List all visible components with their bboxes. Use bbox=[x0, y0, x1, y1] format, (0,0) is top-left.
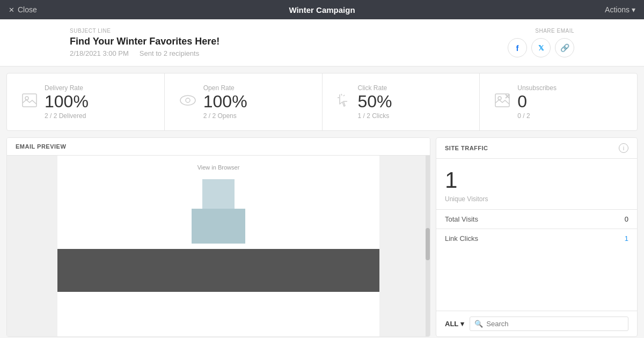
email-preview-panel: EMAIL PREVIEW View in Browser bbox=[6, 137, 430, 337]
open-rate-label: Open Rate bbox=[203, 84, 247, 92]
email-preview-content: View in Browser bbox=[7, 156, 430, 336]
site-traffic-panel: SITE TRAFFIC i 1 Unique Visitors Total V… bbox=[436, 137, 638, 337]
unsubscribes-content: Unsubscribes 0 0 / 2 bbox=[517, 84, 557, 120]
filter-dropdown-label: ALL bbox=[445, 320, 458, 328]
stat-delivery-rate: Delivery Rate 100% 2 / 2 Delivered bbox=[7, 74, 165, 130]
top-bar: ✕ Close Winter Campaign Actions ▾ bbox=[0, 0, 644, 19]
svg-point-1 bbox=[25, 97, 28, 100]
send-date: 2/18/2021 3:00 PM bbox=[70, 49, 129, 57]
twitter-icon: 𝕏 bbox=[538, 44, 544, 52]
unique-visitors-label: Unique Visitors bbox=[436, 195, 637, 209]
x-icon: ✕ bbox=[9, 6, 14, 14]
subject-left: SUBJECT LINE Find Your Winter Favorites … bbox=[70, 28, 219, 57]
open-rate-content: Open Rate 100% 2 / 2 Opens bbox=[203, 84, 247, 120]
svg-point-3 bbox=[186, 98, 190, 102]
email-preview-header: EMAIL PREVIEW bbox=[7, 138, 430, 156]
subject-area: SUBJECT LINE Find Your Winter Favorites … bbox=[0, 19, 644, 67]
share-buttons: f 𝕏 🔗 bbox=[508, 38, 574, 57]
cursor-icon bbox=[338, 93, 350, 111]
unsubscribes-label: Unsubscribes bbox=[517, 84, 557, 92]
total-visits-row: Total Visits 0 bbox=[436, 209, 637, 229]
total-visits-value: 0 bbox=[625, 215, 628, 223]
close-button[interactable]: ✕ Close bbox=[9, 5, 37, 14]
click-rate-content: Click Rate 50% 1 / 2 Clicks bbox=[358, 84, 392, 120]
page-title: Winter Campaign bbox=[289, 5, 355, 14]
delivery-rate-value: 100% bbox=[45, 93, 89, 110]
stat-click-rate: Click Rate 50% 1 / 2 Clicks bbox=[323, 74, 480, 130]
unsubscribes-sub: 0 / 2 bbox=[517, 112, 557, 120]
svg-line-5 bbox=[341, 94, 342, 95]
eye-icon bbox=[180, 95, 196, 109]
search-icon: 🔍 bbox=[474, 320, 483, 328]
share-area: SHARE EMAIL f 𝕏 🔗 bbox=[508, 28, 574, 57]
copy-link-button[interactable]: 🔗 bbox=[555, 38, 574, 57]
click-rate-value: 50% bbox=[358, 93, 392, 110]
dropdown-chevron-icon: ▾ bbox=[460, 320, 464, 328]
actions-label: Actions bbox=[605, 5, 630, 14]
subject-title: Find Your Winter Favorites Here! bbox=[70, 36, 219, 47]
open-rate-sub: 2 / 2 Opens bbox=[203, 112, 247, 120]
close-label: Close bbox=[18, 5, 37, 14]
total-visits-label: Total Visits bbox=[445, 215, 478, 223]
unsubscribes-value: 0 bbox=[517, 93, 557, 110]
svg-rect-0 bbox=[23, 94, 36, 107]
email-image-banner bbox=[57, 249, 379, 292]
chevron-down-icon: ▾ bbox=[632, 5, 635, 14]
link-icon: 🔗 bbox=[560, 43, 569, 52]
stat-open-rate: Open Rate 100% 2 / 2 Opens bbox=[165, 74, 323, 130]
subject-line-label: SUBJECT LINE bbox=[70, 28, 219, 34]
view-in-browser-link[interactable]: View in Browser bbox=[57, 156, 379, 179]
link-clicks-row: Link Clicks 1 bbox=[436, 229, 637, 248]
scrollbar-thumb[interactable] bbox=[426, 228, 430, 260]
email-preview-label: EMAIL PREVIEW bbox=[16, 143, 66, 150]
lower-section: EMAIL PREVIEW View in Browser SITE TRAFF… bbox=[6, 137, 638, 337]
twitter-share-button[interactable]: 𝕏 bbox=[531, 38, 551, 57]
actions-button[interactable]: Actions ▾ bbox=[605, 5, 635, 14]
unique-visitors-value: 1 bbox=[436, 159, 637, 195]
click-rate-label: Click Rate bbox=[358, 84, 392, 92]
subject-meta: 2/18/2021 3:00 PM Sent to 2 recipients bbox=[70, 49, 219, 57]
search-box: 🔍 bbox=[470, 317, 628, 331]
unsubscribe-icon bbox=[495, 93, 510, 111]
delivery-rate-sub: 2 / 2 Delivered bbox=[45, 112, 89, 120]
email-block-top bbox=[202, 179, 235, 209]
image-icon bbox=[22, 93, 37, 111]
info-icon[interactable]: i bbox=[619, 143, 628, 153]
stat-unsubscribes: Unsubscribes 0 0 / 2 bbox=[480, 74, 637, 130]
site-traffic-header: SITE TRAFFIC i bbox=[436, 138, 637, 159]
link-clicks-value: 1 bbox=[625, 234, 628, 243]
svg-point-2 bbox=[180, 95, 195, 105]
filter-bar: ALL ▾ 🔍 bbox=[436, 311, 637, 336]
stats-bar: Delivery Rate 100% 2 / 2 Delivered Open … bbox=[6, 73, 638, 131]
scrollbar-track bbox=[426, 156, 430, 336]
facebook-icon: f bbox=[516, 43, 519, 53]
site-traffic-label: SITE TRAFFIC bbox=[445, 145, 488, 151]
email-preview-inner: View in Browser bbox=[57, 156, 379, 336]
delivery-rate-content: Delivery Rate 100% 2 / 2 Delivered bbox=[45, 84, 89, 120]
svg-line-6 bbox=[343, 95, 345, 96]
svg-point-8 bbox=[498, 97, 501, 100]
open-rate-value: 100% bbox=[203, 93, 247, 110]
click-rate-sub: 1 / 2 Clicks bbox=[358, 112, 392, 120]
recipients-count: Sent to 2 recipients bbox=[140, 49, 199, 57]
share-label: SHARE EMAIL bbox=[535, 28, 574, 34]
filter-dropdown[interactable]: ALL ▾ bbox=[445, 320, 464, 328]
email-block-bottom bbox=[192, 209, 245, 244]
delivery-rate-label: Delivery Rate bbox=[45, 84, 89, 92]
facebook-share-button[interactable]: f bbox=[508, 38, 527, 57]
search-input[interactable] bbox=[486, 320, 624, 328]
link-clicks-label: Link Clicks bbox=[445, 234, 478, 243]
